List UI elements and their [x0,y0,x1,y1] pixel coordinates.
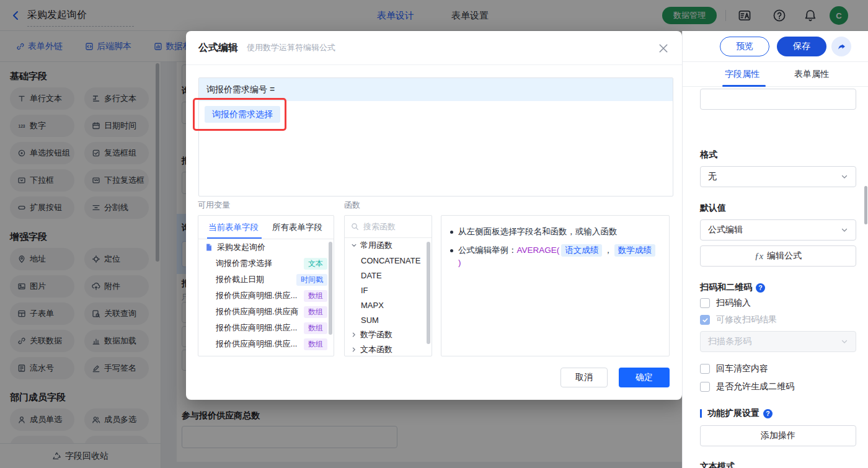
barcode-placeholder: 扫描条形码 [708,336,751,347]
function-group[interactable]: 文本函数 [345,342,432,356]
variables-panel: 当前表单字段 所有表单字段 采购发起询价 询报价需求选择文本报价截止日期时间戳报… [198,215,334,356]
formula-editor[interactable]: 询报价需求编号 = [198,77,673,196]
save-button[interactable]: 保存 [777,37,826,56]
search-icon [351,223,359,231]
checkbox-icon [700,382,710,392]
bullet-icon [450,231,453,234]
default-value-label: 默认值 [700,203,726,214]
tab-form-properties[interactable]: 表单属性 [794,62,829,87]
tab-all-form-fields[interactable]: 所有表单字段 [272,222,322,233]
form-doc-icon [205,243,213,252]
modal-title: 公式编辑 [198,42,238,55]
checkbox-checked-icon [700,315,710,325]
function-item[interactable]: IF [345,283,432,298]
function-search[interactable] [345,216,432,238]
variable-name: 报价截止日期 [216,274,264,285]
cancel-button[interactable]: 取消 [560,368,608,387]
chevron-down-icon [841,226,848,234]
modal-backdrop [0,0,868,31]
panel-scrollbar[interactable] [864,186,867,224]
function-item[interactable]: CONCATENATE [345,253,432,268]
caret-right-icon [351,332,357,338]
modal-subtitle: 使用数学运算符编辑公式 [247,42,335,53]
confirm-button[interactable]: 确定 [619,368,670,387]
functions-scrollbar[interactable] [427,242,430,344]
format-select[interactable]: 无 [700,166,856,187]
variable-name: 报价供应商明细.供应商 [216,306,299,317]
function-group-name: 数学函数 [360,329,392,340]
variable-tree-root[interactable]: 采购发起询价 [198,239,334,255]
variable-item[interactable]: 报价供应商明细.供应...数组 [198,336,334,352]
allow-qrcode-checkbox[interactable]: 是否允许生成二维码 [700,381,794,392]
hint-example-line: 公式编辑举例：AVERAGE(语文成绩，数学成绩) [450,244,659,269]
variable-item[interactable]: 报价供应商明细.供应...数组 [198,288,334,304]
hint-close-paren: ) [458,258,461,267]
help-circle-icon[interactable] [763,409,773,418]
functions-panel: 常用函数CONCATENATEDATEIFMAPXSUM数学函数文本函数 [344,215,432,356]
barcode-type-select[interactable]: 扫描条形码 [700,331,856,352]
variable-type-badge: 数组 [304,338,327,350]
extension-settings-section: 功能扩展设置 [700,408,773,419]
add-action-button[interactable]: 添加操作 [700,425,856,446]
annotation-highlight-box [193,98,286,131]
chevron-down-icon [841,173,848,180]
function-group[interactable]: 数学函数 [345,327,432,342]
functions-label: 函数 [344,200,360,211]
checkbox-label: 回车清空内容 [716,363,768,374]
default-value: 公式编辑 [708,224,743,236]
hint-separator: ， [604,245,613,255]
hint-line: 从左侧面板选择字段名和函数，或输入函数 [450,226,659,238]
variable-type-badge: 时间戳 [296,274,327,286]
hint-fn-name: AVERAGE( [517,245,560,255]
share-arrow-icon [836,42,846,51]
variable-type-badge: 数组 [304,290,327,302]
close-icon[interactable] [658,43,668,53]
text-mode-label: 文本模式 [700,461,735,468]
format-value: 无 [708,171,717,182]
variable-type-badge: 文本 [304,258,327,270]
function-item[interactable]: SUM [345,312,432,327]
preview-button[interactable]: 预览 [720,37,769,56]
checkbox-label: 可修改扫码结果 [716,314,777,325]
ext-section-label: 功能扩展设置 [707,408,760,419]
variables-scrollbar[interactable] [329,242,332,335]
function-list: 常用函数CONCATENATEDATEIFMAPXSUM数学函数文本函数 [345,238,432,356]
caret-down-icon [351,242,357,249]
tab-field-properties[interactable]: 字段属性 [725,62,760,87]
editable-scan-result-checkbox[interactable]: 可修改扫码结果 [700,314,777,325]
field-name-input[interactable] [700,89,856,110]
variable-name: 询报价需求选择 [216,258,272,269]
checkbox-icon [700,298,710,308]
fx-icon: ƒx [755,251,763,262]
modal-header: 公式编辑 使用数学运算符编辑公式 [186,31,682,65]
share-button[interactable] [831,37,851,56]
variable-item[interactable]: 报价截止日期时间戳 [198,272,334,288]
tab-current-form-fields[interactable]: 当前表单字段 [208,222,259,233]
enter-clear-checkbox[interactable]: 回车清空内容 [700,363,768,374]
variable-item[interactable]: 报价供应商明细.供应商数组 [198,304,334,320]
edit-formula-button[interactable]: ƒx 编辑公式 [700,245,856,267]
search-input[interactable] [363,222,419,231]
variables-label: 可用变量 [198,200,230,211]
default-value-select[interactable]: 公式编辑 [700,219,856,241]
checkbox-label: 扫码输入 [716,298,751,309]
add-action-label: 添加操作 [761,430,795,441]
function-item[interactable]: MAPX [345,298,432,312]
function-item[interactable]: DATE [345,268,432,283]
modal-footer: 取消 确定 [560,368,670,387]
actions-row: 预览 保存 [683,31,868,62]
help-circle-icon[interactable] [756,283,765,293]
variable-type-badge: 数组 [304,306,327,318]
active-tab-underline [722,85,766,87]
variables-tabs: 当前表单字段 所有表单字段 [198,216,334,239]
scan-input-checkbox[interactable]: 扫码输入 [700,298,751,309]
app-root: 采购发起询价 表单设计 表单设置 数据管理 C 表单外链 后端脚本 数据权限 [0,0,868,468]
hint-example: 公式编辑举例：AVERAGE(语文成绩，数学成绩) [458,244,659,269]
function-group-name: 文本函数 [360,344,392,355]
properties-panel: 预览 保存 字段属性 表单属性 格式 无 默认值 公式编辑 ƒx 编辑公式 扫码… [682,31,868,468]
section-bar [700,409,702,418]
variable-item[interactable]: 询报价需求选择文本 [198,255,334,272]
bullet-icon [450,249,453,252]
variable-item[interactable]: 报价供应商明细.供应...数组 [198,320,334,336]
function-group[interactable]: 常用函数 [345,238,432,253]
